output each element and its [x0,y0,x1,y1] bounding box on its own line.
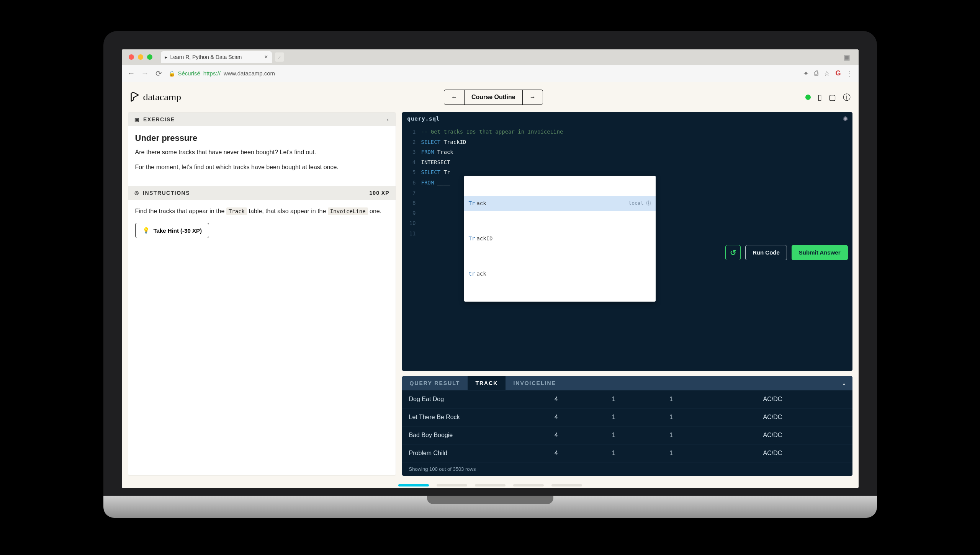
submit-answer-button[interactable]: Submit Answer [792,245,848,260]
exercise-header-label: EXERCISE [143,116,175,122]
hint-label: Take Hint (-30 XP) [154,227,202,234]
cell: 1 [643,396,700,403]
cell: Problem Child [409,450,528,457]
collapse-left-icon[interactable]: ‹ [387,116,389,122]
window-controls [129,54,152,60]
mobile-icon[interactable]: ▯ [818,93,822,102]
cell: 4 [528,414,585,421]
ac-match: Tr [469,198,475,209]
cell: 1 [643,432,700,439]
browser-toolbar: ← → ⟳ 🔒 Sécurisé https://www.datacamp.co… [122,65,859,82]
line-number: 7 [402,188,416,198]
editor-tab[interactable]: query.sql [402,113,445,125]
progress-segment[interactable] [475,484,506,486]
course-outline-nav: ← Course Outline → [444,90,543,105]
key-icon[interactable]: ⎙ [814,69,818,77]
extension-icon[interactable]: ✦ [803,69,809,78]
progress-segment[interactable] [551,484,582,486]
left-panel: ▣ EXERCISE ‹ Under pressure Are there so… [128,112,396,476]
ac-rest: ack [476,198,486,209]
course-prev-button[interactable]: ← [444,90,465,104]
ac-match: Tr [469,233,475,244]
laptop-frame: ▸ Learn R, Python & Data Scien × ⟋ ▣ ← →… [103,31,877,524]
line-number: 6 [402,178,416,188]
code-line-1: -- Get tracks IDs that appear in Invoice… [421,129,563,135]
cell: 4 [528,432,585,439]
result-tab-bar: query result TRACK INVOICELINE ⌄ [402,376,852,390]
code-editor[interactable]: query.sql ✺ 1 2 3 4 5 6 [402,112,852,371]
line-number: 5 [402,167,416,178]
forward-icon[interactable]: → [141,69,149,78]
exercise-paragraph-2: For the moment, let's find out which tra… [135,163,389,172]
fullscreen-window-icon[interactable] [147,54,152,60]
reset-code-button[interactable]: ↺ [725,245,741,260]
table-row: Let There Be Rock 4 1 1 AC/DC [402,408,852,426]
autocomplete-item[interactable]: Track local ⓘ [464,196,656,211]
info-icon[interactable]: ⓘ [646,199,651,208]
star-icon[interactable]: ☆ [824,69,830,78]
progress-segment[interactable] [398,484,429,486]
expand-results-icon[interactable]: ⌄ [836,380,852,386]
cell: 4 [528,396,585,403]
code-id: ____ [437,180,450,186]
back-icon[interactable]: ← [127,69,136,78]
exercise-body: Under pressure Are there some tracks tha… [128,126,396,186]
results-panel: query result TRACK INVOICELINE ⌄ Dog Eat… [402,376,852,476]
take-hint-button[interactable]: 💡 Take Hint (-30 XP) [135,223,209,238]
autocomplete-popup[interactable]: Track local ⓘ TrackID track [464,176,656,302]
table-row: Dog Eat Dog 4 1 1 AC/DC [402,390,852,408]
course-next-button[interactable]: → [523,90,543,104]
exercise-title: Under pressure [135,133,389,143]
xp-label: 100 XP [370,190,389,196]
editor-settings-icon[interactable]: ✺ [838,112,852,126]
laptop-base [103,496,877,518]
table-row: Problem Child 4 1 1 AC/DC [402,444,852,462]
cell: 1 [585,432,643,439]
cell: Dog Eat Dog [409,396,528,403]
autocomplete-item[interactable]: TrackID [464,231,656,246]
close-window-icon[interactable] [129,54,134,60]
lock-icon: 🔒 [169,70,175,77]
close-tab-icon[interactable]: × [264,54,268,60]
brand-logo[interactable]: datacamp [129,91,182,103]
bulb-icon: 💡 [142,227,150,234]
code-kw: FROM [421,149,434,155]
progress-segment[interactable] [437,484,467,486]
reload-icon[interactable]: ⟳ [155,69,163,78]
info-icon[interactable]: ⓘ [843,92,851,103]
code-area[interactable]: 1 2 3 4 5 6 7 8 9 10 [402,125,852,240]
progress-segment[interactable] [513,484,544,486]
code-kw: FROM [421,180,434,186]
editor-tab-bar: query.sql ✺ [402,112,852,125]
autocomplete-item[interactable]: track [464,266,656,281]
instructions-header-label: INSTRUCTIONS [143,190,190,196]
cell: AC/DC [700,414,846,421]
course-outline-button[interactable]: Course Outline [465,90,523,104]
extension-g-icon[interactable]: G [835,69,841,77]
video-icon[interactable]: ▢ [829,93,836,102]
run-code-button[interactable]: Run Code [745,245,787,260]
code-track: Track [226,207,247,215]
status-dot-icon [805,95,811,100]
app-header: datacamp ← Course Outline → ▯ ▢ ⓘ [122,82,859,112]
browser-tab[interactable]: ▸ Learn R, Python & Data Scien × [161,51,272,63]
cast-icon[interactable]: ▣ [844,53,850,62]
address-bar[interactable]: 🔒 Sécurisé https://www.datacamp.com [169,70,275,77]
secure-label: Sécurisé [178,70,200,77]
cell: 1 [585,450,643,457]
url-prefix: https:// [203,70,221,77]
minimize-window-icon[interactable] [138,54,143,60]
tab-title: Learn R, Python & Data Scien [170,54,242,60]
code-text[interactable]: -- Get tracks IDs that appear in Invoice… [421,127,852,239]
line-number: 1 [402,127,416,137]
menu-icon[interactable]: ⋮ [846,69,853,78]
header-right-icons: ▯ ▢ ⓘ [805,92,851,103]
exercise-paragraph-1: Are there some tracks that have never be… [135,148,389,157]
new-tab-button[interactable]: ⟋ [275,52,284,62]
tab-track[interactable]: TRACK [468,376,506,390]
cell: 4 [528,450,585,457]
cell: 1 [585,396,643,403]
tab-invoiceline[interactable]: INVOICELINE [506,376,563,390]
code-id: Tr [444,169,450,175]
ac-match: tr [469,269,475,279]
